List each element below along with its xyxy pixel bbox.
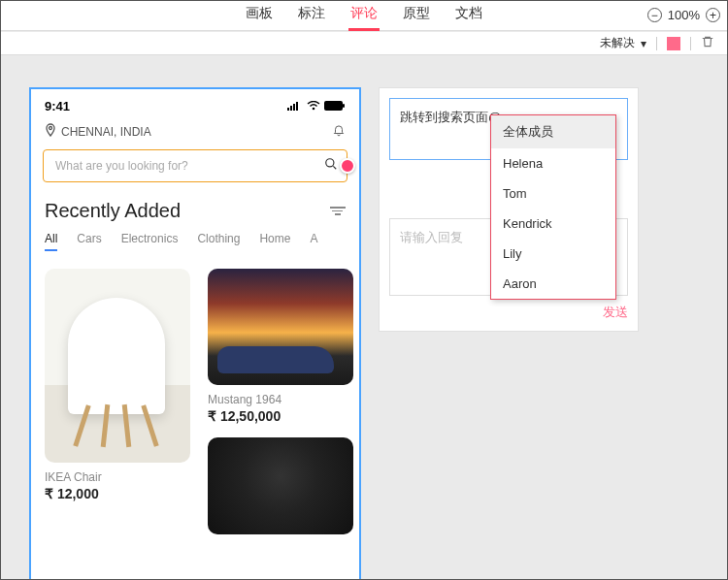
zoom-level: 100% (668, 8, 700, 22)
mobile-status-bar: 9:41 (31, 89, 359, 117)
category-tabs: All Cars Electronics Clothing Home A (31, 232, 359, 259)
svg-rect-5 (324, 101, 343, 111)
filter-icon[interactable] (330, 207, 346, 215)
product-price: ₹ 12,000 (45, 486, 190, 501)
category-tab-home[interactable]: Home (259, 232, 290, 251)
mention-item[interactable]: Tom (491, 178, 615, 209)
search-field-wrapper: What are you looking for? (43, 149, 347, 182)
category-tab-all[interactable]: All (45, 232, 57, 251)
comment-filter-label: 未解决 (600, 35, 635, 51)
product-card[interactable]: IKEA Chair ₹ 12,000 (45, 269, 190, 534)
artboard-mobile[interactable]: 9:41 CHENNAI, INDIA (29, 87, 361, 580)
category-tab-more[interactable]: A (310, 232, 317, 251)
wifi-icon (307, 99, 320, 113)
product-image (208, 437, 353, 534)
status-time: 9:41 (45, 99, 70, 113)
signal-icon (287, 99, 303, 113)
tab-annotation[interactable]: 标注 (296, 0, 327, 31)
notification-bell-icon[interactable] (332, 123, 346, 140)
product-title: IKEA Chair (45, 470, 190, 484)
zoom-out-button[interactable]: − (647, 8, 662, 22)
location-row: CHENNAI, INDIA (31, 117, 359, 149)
product-title: Mustang 1964 (208, 393, 353, 406)
mention-item[interactable]: Lily (491, 239, 615, 269)
svg-rect-0 (287, 108, 289, 111)
search-icon (324, 157, 338, 175)
status-icons (287, 99, 346, 113)
svg-point-7 (50, 127, 52, 130)
delete-button[interactable] (701, 35, 714, 51)
mode-tabs: 画板 标注 评论 原型 文档 (244, 0, 484, 31)
zoom-in-button[interactable]: + (706, 8, 720, 22)
location-pin-icon (45, 123, 56, 140)
comment-pin[interactable] (340, 158, 355, 174)
mention-item[interactable]: Kendrick (491, 209, 615, 239)
mention-dropdown: 全体成员 Helena Tom Kendrick Lily Aaron (490, 114, 616, 300)
top-toolbar: 画板 标注 评论 原型 文档 − 100% + (0, 0, 728, 31)
category-tab-electronics[interactable]: Electronics (121, 232, 179, 251)
category-tab-clothing[interactable]: Clothing (197, 232, 240, 251)
mention-item[interactable]: 全体成员 (491, 115, 615, 148)
location-text: CHENNAI, INDIA (61, 125, 151, 139)
svg-rect-2 (293, 104, 295, 111)
zoom-controls: − 100% + (647, 8, 720, 22)
search-input[interactable]: What are you looking for? (43, 149, 347, 182)
product-image (208, 269, 353, 385)
svg-rect-1 (290, 106, 292, 111)
mention-item[interactable]: Aaron (491, 269, 615, 299)
product-price: ₹ 12,50,000 (208, 408, 353, 424)
section-title: Recently Added (45, 200, 181, 222)
send-button[interactable]: 发送 (603, 305, 628, 319)
mention-item[interactable]: Helena (491, 148, 615, 178)
comment-toolbar: 未解决 ▾ (0, 32, 728, 55)
tab-artboard[interactable]: 画板 (244, 0, 275, 31)
svg-point-4 (313, 108, 315, 111)
svg-rect-3 (296, 102, 298, 111)
chevron-down-icon: ▾ (641, 37, 646, 50)
comment-color-swatch[interactable] (667, 37, 680, 50)
canvas-area[interactable]: 9:41 CHENNAI, INDIA (0, 58, 728, 580)
battery-icon (324, 99, 346, 113)
svg-rect-6 (343, 104, 345, 108)
divider (656, 37, 657, 50)
product-card[interactable]: Mustang 1964 ₹ 12,50,000 (208, 269, 353, 534)
comment-filter-dropdown[interactable]: 未解决 ▾ (600, 35, 646, 51)
product-image (45, 269, 190, 463)
svg-point-8 (326, 159, 334, 167)
product-cards: IKEA Chair ₹ 12,000 Mustang 1964 ₹ 12,50… (31, 259, 359, 534)
tab-document[interactable]: 文档 (453, 0, 484, 31)
tab-prototype[interactable]: 原型 (401, 0, 432, 31)
section-header: Recently Added (31, 182, 359, 232)
category-tab-cars[interactable]: Cars (77, 232, 101, 251)
divider (690, 37, 691, 50)
tab-comment[interactable]: 评论 (348, 0, 380, 31)
